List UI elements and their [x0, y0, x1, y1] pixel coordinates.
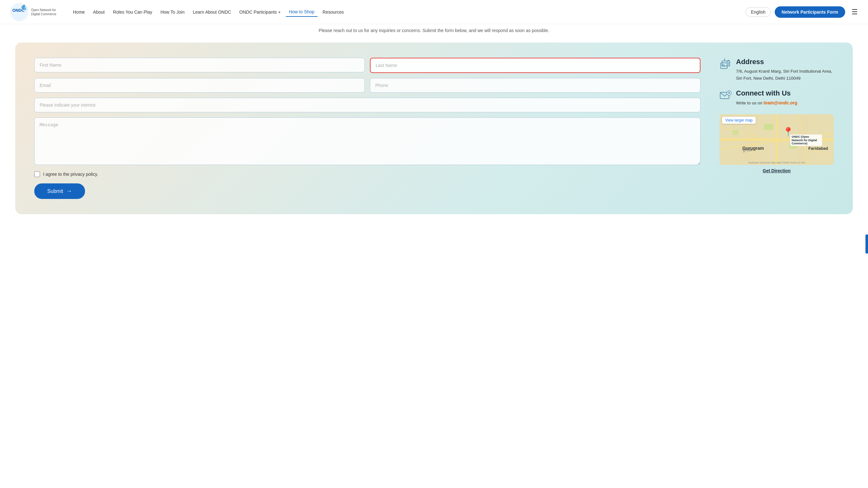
address-text: 7/6, August Kranti Marg, Siri Fort Insti…	[736, 68, 834, 82]
connect-icon	[719, 90, 732, 104]
svg-text:Keyboard shortcuts  Map data ©: Keyboard shortcuts Map data ©2023 Terms …	[748, 161, 805, 164]
map-city-gurugram-hindi: गुरुग्राम	[742, 148, 752, 152]
subheader-text: Please reach out to us for any inquiries…	[319, 28, 550, 33]
interest-field	[34, 98, 701, 112]
connect-prefix: Write to us on	[736, 100, 764, 105]
logo[interactable]: ONDC Open Network for Digital Commerce	[10, 3, 60, 21]
first-name-input[interactable]	[34, 58, 365, 72]
connect-title: Connect with Us	[736, 89, 797, 97]
arrow-right-icon: →	[66, 188, 72, 194]
nav-how-to-join[interactable]: How To Join	[157, 8, 188, 17]
address-icon-row: Address 7/6, August Kranti Marg, Siri Fo…	[719, 58, 834, 82]
connect-email[interactable]: team@ondc.org	[764, 100, 797, 105]
nav-how-to-shop[interactable]: How to Shop	[286, 7, 317, 17]
svg-rect-25	[732, 130, 739, 135]
subheader: Please reach out to us for any inquiries…	[0, 24, 868, 39]
nav-home[interactable]: Home	[70, 8, 88, 17]
svg-rect-23	[764, 124, 773, 130]
submit-label: Submit	[47, 188, 63, 194]
nav-links: Home About Roles You Can Play How To Joi…	[70, 7, 746, 17]
main-card: I agree to the privacy policy. Submit →	[15, 42, 853, 214]
email-input[interactable]	[34, 78, 365, 93]
phone-field	[370, 78, 701, 93]
map-view-larger-button[interactable]: View larger map	[722, 117, 756, 124]
address-content: Address 7/6, August Kranti Marg, Siri Fo…	[736, 58, 834, 82]
last-name-field	[370, 58, 701, 73]
map-placeholder: Keyboard shortcuts Map data ©2023 Terms …	[719, 114, 834, 165]
nav-right: English Network Participants Form ☰	[746, 6, 858, 18]
nav-resources[interactable]: Resources	[319, 8, 347, 17]
hamburger-menu-icon[interactable]: ☰	[851, 8, 858, 16]
last-name-input[interactable]	[370, 58, 701, 73]
submit-button[interactable]: Submit →	[34, 183, 85, 199]
nav-participants[interactable]: ONDC Participants +	[236, 8, 284, 17]
language-button[interactable]: English	[746, 7, 771, 17]
scroll-indicator	[865, 235, 868, 253]
map-city-faridabad: Faridabad	[808, 146, 828, 151]
connect-content: Connect with Us Write to us on team@ondc…	[736, 89, 797, 106]
navbar: ONDC Open Network for Digital Commerce H…	[0, 0, 868, 24]
map-marker-label: ONDC (Open Network for Digital Commerce)	[790, 134, 822, 146]
address-icon	[719, 58, 732, 73]
info-panel: Address 7/6, August Kranti Marg, Siri Fo…	[719, 58, 834, 173]
contact-row	[34, 78, 701, 93]
get-direction-link[interactable]: Get Direction	[719, 168, 834, 173]
address-block: Address 7/6, August Kranti Marg, Siri Fo…	[719, 58, 834, 82]
network-participants-button[interactable]: Network Participants Form	[775, 6, 845, 18]
privacy-row: I agree to the privacy policy.	[34, 171, 701, 177]
contact-form: I agree to the privacy policy. Submit →	[34, 58, 701, 199]
phone-input[interactable]	[370, 78, 701, 93]
nav-about[interactable]: About	[90, 8, 108, 17]
connect-text: Write to us on team@ondc.org	[736, 99, 797, 106]
nav-roles[interactable]: Roles You Can Play	[110, 8, 155, 17]
message-textarea[interactable]	[34, 117, 701, 165]
map-container: Keyboard shortcuts Map data ©2023 Terms …	[719, 114, 834, 165]
ondc-logo-icon: ONDC	[10, 3, 29, 21]
privacy-label: I agree to the privacy policy.	[43, 172, 98, 177]
email-field	[34, 78, 365, 93]
logo-subtitle: Open Network for Digital Commerce	[31, 8, 60, 16]
message-field	[34, 117, 701, 166]
first-name-field	[34, 58, 365, 73]
privacy-checkbox[interactable]	[34, 171, 40, 177]
connect-icon-row: Connect with Us Write to us on team@ondc…	[719, 89, 834, 106]
connect-block: Connect with Us Write to us on team@ondc…	[719, 89, 834, 106]
address-title: Address	[736, 58, 834, 66]
name-row	[34, 58, 701, 73]
interest-input[interactable]	[34, 98, 701, 112]
nav-learn[interactable]: Learn About ONDC	[190, 8, 235, 17]
